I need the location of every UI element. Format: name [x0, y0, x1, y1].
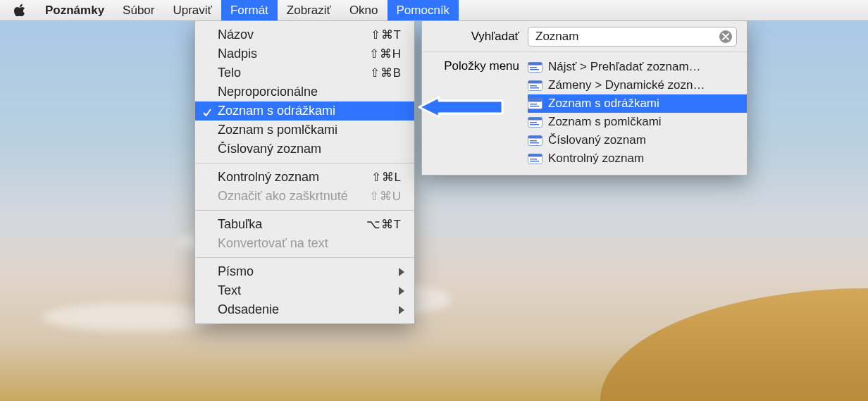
chevron-right-icon — [399, 287, 404, 295]
format-menu-item[interactable]: Písmo — [195, 262, 414, 281]
format-menu-item[interactable]: Zoznam s pomlčkami — [195, 121, 414, 140]
format-menu-item[interactable]: Odsadenie — [195, 300, 414, 319]
menu-item-label: Nadpis — [218, 47, 369, 61]
apple-logo-icon — [14, 4, 26, 16]
help-pointer-callout — [418, 96, 504, 118]
apple-menu[interactable] — [4, 4, 36, 16]
menubar-item-zobraziť[interactable]: Zobraziť — [278, 0, 340, 20]
svg-rect-11 — [530, 106, 539, 107]
help-result-label: Zoznam s pomlčkami — [548, 115, 662, 129]
format-menu-item[interactable]: Číslovaný zoznam — [195, 140, 414, 159]
menu-separator — [195, 210, 414, 211]
svg-rect-13 — [528, 117, 542, 120]
menu-item-icon — [528, 80, 542, 91]
close-icon — [722, 33, 729, 40]
menu-item-shortcut: ⇧⌘L — [371, 170, 402, 185]
svg-rect-1 — [528, 62, 542, 65]
menu-separator — [195, 257, 414, 258]
menubar-item-upraviť[interactable]: Upraviť — [163, 0, 221, 20]
menu-item-shortcut: ⇧⌘T — [371, 27, 402, 42]
svg-rect-18 — [530, 140, 537, 142]
clear-search-button[interactable] — [719, 30, 732, 43]
svg-rect-17 — [528, 135, 542, 138]
format-menu-item: Konvertovať na text — [195, 234, 414, 253]
menu-item-label: Názov — [218, 27, 371, 42]
menu-item-label: Telo — [218, 66, 370, 80]
svg-rect-2 — [530, 67, 537, 68]
help-result-label: Číslovaný zoznam — [548, 133, 646, 147]
menu-item-label: Kontrolný zoznam — [218, 170, 371, 185]
menu-item-label: Písmo — [218, 264, 402, 279]
menubar-item-súbor[interactable]: Súbor — [113, 0, 163, 20]
menu-item-label: Označiť ako zaškrtnuté — [218, 189, 369, 204]
menu-separator — [195, 163, 414, 164]
format-menu: Názov⇧⌘TNadpis⇧⌘HTelo⇧⌘BNeproporcionálne… — [194, 21, 415, 324]
svg-rect-23 — [530, 161, 539, 162]
help-search-value: Zoznam — [533, 30, 719, 44]
format-menu-item[interactable]: Názov⇧⌘T — [195, 25, 414, 44]
svg-rect-5 — [528, 80, 542, 83]
menu-item-icon — [528, 135, 542, 146]
format-menu-item[interactable]: Tabuľka⌥⌘T — [195, 215, 414, 234]
svg-rect-14 — [530, 122, 537, 123]
svg-rect-15 — [530, 124, 539, 125]
menubar: Poznámky SúborUpraviťFormátZobraziťOknoP… — [0, 0, 868, 21]
help-result-item[interactable]: Zoznam s odrážkami — [528, 94, 747, 113]
check-icon — [202, 106, 212, 116]
svg-rect-19 — [530, 142, 539, 144]
format-menu-item: Označiť ako zaškrtnuté⇧⌘U — [195, 187, 414, 206]
menu-item-icon — [528, 153, 542, 164]
format-menu-item[interactable]: Text — [195, 281, 414, 300]
menu-item-label: Neproporcionálne — [218, 85, 402, 99]
menu-item-shortcut: ⇧⌘H — [369, 47, 402, 61]
format-menu-item[interactable]: Telo⇧⌘B — [195, 63, 414, 82]
menu-item-label: Text — [218, 283, 402, 298]
format-menu-item[interactable]: Nadpis⇧⌘H — [195, 44, 414, 63]
format-menu-item[interactable]: Kontrolný zoznam⇧⌘L — [195, 168, 414, 187]
menu-item-label: Zoznam s odrážkami — [218, 104, 402, 118]
svg-rect-10 — [530, 104, 537, 105]
help-result-item[interactable]: Nájsť > Prehľadať zoznam… — [528, 58, 747, 76]
help-result-item[interactable]: Číslovaný zoznam — [528, 131, 747, 149]
format-menu-item[interactable]: Zoznam s odrážkami — [195, 101, 414, 121]
svg-rect-9 — [528, 99, 542, 101]
help-result-item[interactable]: Kontrolný zoznam — [528, 149, 747, 168]
menu-item-shortcut: ⇧⌘B — [370, 66, 402, 80]
svg-rect-3 — [530, 69, 539, 70]
menubar-app-name[interactable]: Poznámky — [36, 0, 113, 20]
help-result-label: Nájsť > Prehľadať zoznam… — [548, 60, 701, 74]
svg-rect-21 — [528, 154, 542, 156]
menu-item-icon — [528, 61, 542, 73]
help-result-label: Kontrolný zoznam — [548, 152, 644, 166]
chevron-right-icon — [399, 306, 404, 314]
help-result-label: Zoznam s odrážkami — [548, 97, 659, 111]
menu-item-shortcut: ⇧⌘U — [369, 189, 402, 204]
help-search-field[interactable]: Zoznam — [528, 27, 737, 47]
menu-item-label: Tabuľka — [218, 217, 366, 232]
menu-item-label: Zoznam s pomlčkami — [218, 123, 402, 137]
menubar-item-pomocník[interactable]: Pomocník — [388, 0, 459, 20]
help-search-label: Vyhľadať — [422, 30, 528, 44]
menu-item-shortcut: ⌥⌘T — [366, 217, 402, 232]
svg-rect-6 — [530, 85, 537, 87]
help-result-item[interactable]: Zámeny > Dynamické zozn… — [528, 76, 747, 94]
menu-item-icon — [528, 98, 542, 109]
menu-item-label: Konvertovať na text — [218, 236, 402, 251]
svg-rect-7 — [530, 87, 539, 89]
menu-item-label: Odsadenie — [218, 302, 402, 317]
chevron-right-icon — [399, 268, 404, 276]
menubar-item-okno[interactable]: Okno — [340, 0, 388, 20]
svg-rect-22 — [530, 159, 537, 160]
menubar-item-formát[interactable]: Formát — [221, 0, 278, 20]
menu-item-icon — [528, 116, 542, 128]
menu-item-label: Číslovaný zoznam — [218, 142, 402, 156]
help-result-label: Zámeny > Dynamické zozn… — [548, 78, 705, 92]
help-result-item[interactable]: Zoznam s pomlčkami — [528, 113, 747, 131]
format-menu-item[interactable]: Neproporcionálne — [195, 82, 414, 101]
